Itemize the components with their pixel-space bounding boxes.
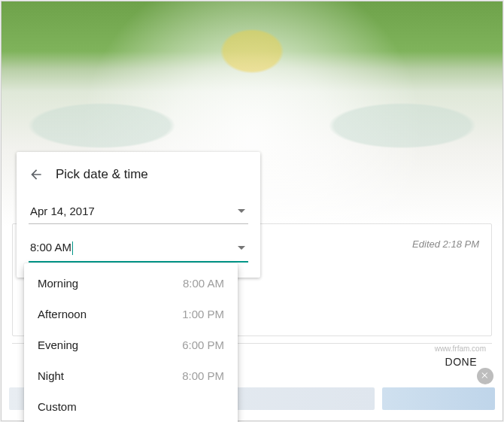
date-field[interactable]: Apr 14, 2017 xyxy=(29,199,248,224)
time-preset-menu: Morning 8:00 AM Afternoon 1:00 PM Evenin… xyxy=(24,263,238,422)
time-option-evening[interactable]: Evening 6:00 PM xyxy=(24,329,238,360)
time-option-custom[interactable]: Custom xyxy=(24,391,238,422)
option-label: Custom xyxy=(38,400,77,413)
option-label: Night xyxy=(38,369,64,382)
close-button[interactable] xyxy=(477,368,493,384)
picker-title: Pick date & time xyxy=(56,167,148,182)
back-arrow-icon[interactable] xyxy=(29,167,44,182)
time-option-night[interactable]: Night 8:00 PM xyxy=(24,360,238,391)
date-value: Apr 14, 2017 xyxy=(30,205,95,217)
caret-down-icon xyxy=(238,244,245,252)
time-value: 8:00 AM xyxy=(30,241,71,254)
option-value: 8:00 PM xyxy=(182,369,224,382)
close-icon xyxy=(481,370,490,382)
time-option-afternoon[interactable]: Afternoon 1:00 PM xyxy=(24,299,238,329)
option-label: Evening xyxy=(38,339,78,351)
text-cursor xyxy=(72,241,73,255)
option-value: 8:00 AM xyxy=(183,277,224,290)
option-label: Afternoon xyxy=(38,308,87,320)
strip-segment xyxy=(382,387,495,410)
done-button[interactable]: DONE xyxy=(445,356,477,368)
option-label: Morning xyxy=(38,277,78,290)
edited-timestamp: Edited 2:18 PM xyxy=(412,238,479,250)
option-value: 6:00 PM xyxy=(182,339,224,351)
datetime-picker-panel: Pick date & time Apr 14, 2017 8:00 AM xyxy=(17,152,260,278)
watermark: www.frfam.com xyxy=(435,345,486,353)
time-field[interactable]: 8:00 AM xyxy=(29,235,248,263)
caret-down-icon xyxy=(238,208,245,215)
app-frame: VE Edited 2:18 PM DONE www.frfam.com Pic… xyxy=(1,1,503,421)
time-option-morning[interactable]: Morning 8:00 AM xyxy=(24,268,238,299)
option-value: 1:00 PM xyxy=(182,308,224,320)
